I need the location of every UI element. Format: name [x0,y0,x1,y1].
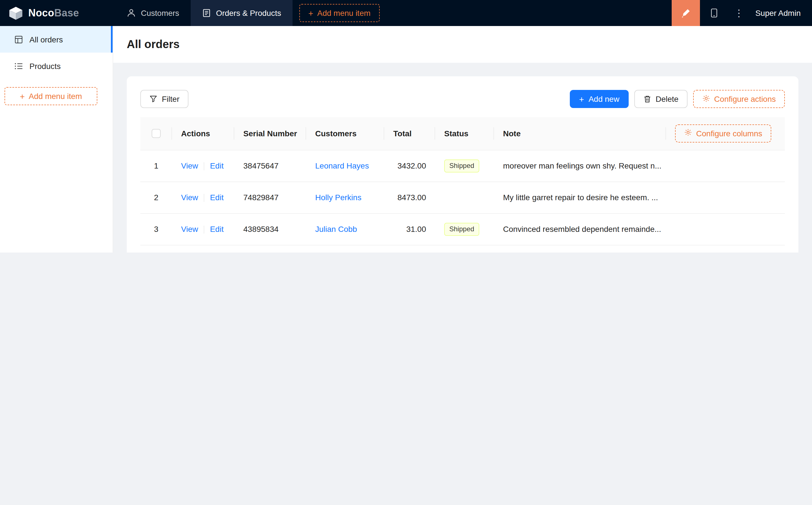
highlighter-icon [681,8,691,18]
action-divider [204,162,204,170]
select-all-checkbox[interactable] [152,129,161,138]
total-cell: 8473.00 [384,182,435,213]
top-navbar: NocoBase Customers O [0,0,812,26]
more-menu-button[interactable]: ⋮ [728,0,750,26]
total-cell: 3432.00 [384,150,435,182]
customer-link[interactable]: Julian Cobb [315,224,357,233]
gear-icon [702,94,710,104]
nocobase-logo-icon [8,6,23,19]
column-header-note: Note [494,117,666,150]
configure-columns-label: Configure columns [696,129,762,138]
products-list-icon [14,61,23,70]
column-header-total: Total [384,117,435,150]
status-cell [435,182,494,213]
delete-button[interactable]: Delete [634,90,687,108]
plus-icon: + [579,95,584,103]
top-menu-item-customers[interactable]: Customers [115,0,190,26]
filter-label: Filter [162,95,179,104]
column-header-serial: Serial Number [234,117,306,150]
status-cell [435,245,494,252]
row-actions-cell: ViewEdit [172,245,234,252]
serial-number-cell: 43895834 [234,213,306,245]
filter-button[interactable]: Filter [140,90,188,108]
top-menu-item-label: Customers [141,8,179,17]
add-new-button[interactable]: + Add new [570,90,629,108]
delete-label: Delete [656,95,678,104]
column-header-status: Status [435,117,494,150]
serial-number-cell: 75638347 [234,245,306,252]
customer-cell: Leonard Hayes [306,150,384,182]
table-row: 2ViewEdit74829847Holly Perkins8473.00My … [140,182,785,213]
add-menu-item-button-header[interactable]: + Add menu item [299,4,380,22]
toolbar-actions: + Add new Delete [570,90,785,108]
edit-link[interactable]: Edit [210,224,224,233]
user-menu[interactable]: Super Admin [750,0,812,26]
table-row: 3ViewEdit43895834Julian Cobb31.00Shipped… [140,213,785,245]
sidebar-item-products[interactable]: Products [0,52,113,79]
row-index-cell: 4 [140,245,172,252]
logo-text-noco: Noco [28,7,54,18]
status-cell: Shipped [435,150,494,182]
page-title: All orders [127,38,798,51]
action-divider [204,194,204,202]
top-menu: Customers Orders & Products + Add menu i… [115,0,380,26]
logo-text: NocoBase [28,7,79,19]
app-root: NocoBase Customers O [0,0,812,252]
edit-link[interactable]: Edit [210,193,224,202]
navbar-right: ⋮ Super Admin [672,0,812,26]
table-row: 4ViewEdit75638347Yvette Gross874.00Delig… [140,245,785,252]
main-area: All orders Filter + [113,26,812,252]
row-actions-cell: ViewEdit [172,213,234,245]
customer-cell: Julian Cobb [306,213,384,245]
top-menu-item-orders-products[interactable]: Orders & Products [190,0,292,26]
orders-table: Actions Serial Number Customers Total St… [140,117,785,252]
column-header-tail: Configure columns [666,117,785,150]
customer-link[interactable]: Holly Perkins [315,193,361,202]
customer-link[interactable]: Leonard Hayes [315,161,369,170]
view-link[interactable]: View [181,193,198,202]
serial-number-cell: 38475647 [234,150,306,182]
add-menu-item-button-sidebar[interactable]: + Add menu item [5,87,97,105]
plus-icon: + [308,9,313,17]
filter-icon [149,95,157,103]
page-header: All orders [113,26,812,63]
row-index-cell: 1 [140,150,172,182]
row-index-cell: 3 [140,213,172,245]
configure-columns-button[interactable]: Configure columns [675,124,771,143]
row-actions-cell: ViewEdit [172,182,234,213]
tablet-icon [709,8,719,18]
add-menu-item-label: Add menu item [317,8,370,17]
note-cell: moreover man feelings own shy. Request n… [494,150,666,182]
note-cell: Delightful met sufficient projection ask… [494,245,666,252]
table-toolbar: Filter + Add new [140,90,785,108]
orders-table-card: Filter + Add new [127,76,798,252]
sidebar-item-label: All orders [29,35,63,44]
configure-actions-button[interactable]: Configure actions [693,90,785,108]
mobile-preview-button[interactable] [700,0,728,26]
total-cell: 874.00 [384,245,435,252]
gear-icon [684,129,692,138]
add-new-label: Add new [588,95,619,104]
add-menu-item-label: Add menu item [29,92,82,101]
orders-table-body: 1ViewEdit38475647Leonard Hayes3432.00Shi… [140,150,785,252]
customer-cell: Holly Perkins [306,182,384,213]
all-orders-icon [14,35,23,44]
note-cell: Convinced resembled dependent remainde..… [494,213,666,245]
table-row: 1ViewEdit38475647Leonard Hayes3432.00Shi… [140,150,785,182]
sidebar: All orders Products + Add menu item [0,26,113,252]
sidebar-item-all-orders[interactable]: All orders [0,26,113,52]
status-badge: Shipped [444,159,479,172]
table-header-row: Actions Serial Number Customers Total St… [140,117,785,150]
orders-products-icon [202,8,211,17]
logo[interactable]: NocoBase [0,0,113,26]
row-tail-cell [666,150,785,182]
column-header-customers: Customers [306,117,384,150]
edit-link[interactable]: Edit [210,161,224,170]
column-header-actions: Actions [172,117,234,150]
ui-editor-button[interactable] [672,0,700,26]
logo-text-base: Base [54,7,79,18]
view-link[interactable]: View [181,161,198,170]
view-link[interactable]: View [181,224,198,233]
serial-number-cell: 74829847 [234,182,306,213]
status-cell: Shipped [435,213,494,245]
